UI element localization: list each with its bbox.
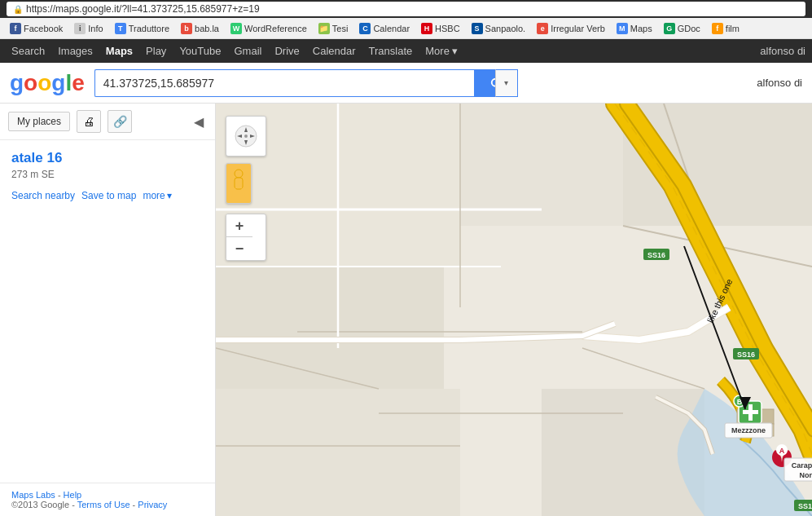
url-bar[interactable]: 🔒 https://maps.google.it/?ll=41.373725,1… [7,2,805,16]
privacy-link[interactable]: Privacy [138,500,167,509]
search-dropdown-button[interactable]: ▾ [495,69,518,97]
svg-text:Carapelle: Carapelle [792,461,812,470]
nav-youtube[interactable]: YouTube [174,45,226,57]
svg-rect-23 [743,410,758,414]
nav-more[interactable]: More ▾ [420,45,463,57]
svg-text:Mezzzone: Mezzzone [731,426,766,434]
bookmark-label: film [726,24,740,33]
film-icon: f [712,23,723,34]
bookmark-label: Calendar [373,24,410,33]
user-name: alfonso di [760,45,805,57]
svg-text:SS16: SS16 [647,251,665,259]
user-info: alfonso di [757,77,802,89]
sanpaolo-icon: S [472,23,483,34]
bookmark-wordreference[interactable]: W WordReference [226,21,312,36]
url-text: https://maps.google.it/?ll=41.373725,15.… [26,3,260,15]
traduttore-icon: T [115,23,126,34]
more-dropdown[interactable]: more ▾ [143,190,171,201]
bookmark-info[interactable]: i Info [69,21,108,36]
lock-icon: 🔒 [13,5,23,14]
maps-header: google ▾ alfonso di [0,63,812,104]
bookmark-gdoc[interactable]: G GDoc [659,21,705,36]
maps-labs-link[interactable]: Maps Labs [11,490,55,500]
nav-calendar[interactable]: Calendar [308,45,361,57]
sidebar: My places 🖨 🔗 ◀ atale 16 273 m SE Search… [0,104,216,516]
bookmark-irregularverb[interactable]: e Irregular Verb [532,21,610,36]
nav-right: alfonso di [760,45,805,57]
zoom-in-button[interactable]: + [226,214,252,237]
svg-text:A: A [779,447,785,455]
bookmark-sanpaolo[interactable]: S Sanpaolo. [467,21,531,36]
bookmark-label: HSBC [435,24,460,33]
babla-icon: b [181,23,192,34]
map-controls: + − [226,116,266,261]
nav-gmail[interactable]: Gmail [229,45,266,57]
nav-maps[interactable]: Maps [101,45,138,57]
zoom-control: + − [226,214,266,261]
bookmark-label: Traduttore [129,24,169,33]
search-nearby-link[interactable]: Search nearby [11,190,75,201]
bookmark-maps[interactable]: M Maps [612,21,657,36]
bookmark-label: Sanpaolo. [485,24,526,33]
svg-line-50 [233,189,235,198]
terms-link[interactable]: Terms of Use [77,500,130,509]
bookmark-label: Facebook [24,24,63,33]
help-link[interactable]: Help [64,490,82,500]
svg-point-47 [244,135,248,138]
my-places-button[interactable]: My places [8,112,70,131]
google-logo: google [10,70,85,96]
zoom-out-button[interactable]: − [226,237,252,260]
nav-translate[interactable]: Translate [364,45,418,57]
navigation-control[interactable] [226,116,266,157]
map-canvas: B Mezzzone A Carapelle Nord SS16 SS16 SS… [216,104,812,516]
bookmark-label: Irregular Verb [551,24,605,33]
main-container: My places 🖨 🔗 ◀ atale 16 273 m SE Search… [0,104,812,516]
svg-rect-5 [216,389,460,516]
svg-rect-3 [460,104,623,226]
folder-icon: 📁 [318,23,330,34]
nav-search[interactable]: Search [7,45,50,57]
sidebar-content: atale 16 273 m SE Search nearby Save to … [0,140,215,483]
bookmark-film[interactable]: f film [707,21,744,36]
wordreference-icon: W [230,23,242,34]
bookmark-facebook[interactable]: f Facebook [5,21,68,36]
hsbc-icon: H [421,23,432,34]
sidebar-footer: Maps Labs - Help ©2013 Google - Terms of… [0,483,215,516]
bookmark-label: WordReference [244,24,307,33]
copyright-text: ©2013 Google [11,500,69,509]
svg-rect-49 [235,178,243,189]
map-area[interactable]: B Mezzzone A Carapelle Nord SS16 SS16 SS… [216,104,812,516]
bookmark-label: GDoc [678,24,700,33]
svg-text:SS16: SS16 [798,502,812,510]
svg-rect-2 [216,267,444,389]
nav-images[interactable]: Images [53,45,98,57]
collapse-sidebar-button[interactable]: ◀ [191,110,207,133]
calendar-icon: C [359,23,371,34]
pegman-icon [230,169,248,198]
bookmark-babla[interactable]: b bab.la [176,21,224,36]
bookmark-label: Tesi [332,24,349,33]
facebook-icon: f [10,23,21,34]
nav-drive[interactable]: Drive [270,45,304,57]
info-icon: i [74,23,86,34]
location-distance: 273 m SE [11,169,204,180]
bookmark-traduttore[interactable]: T Traduttore [110,21,174,36]
svg-text:Nord: Nord [800,471,813,479]
street-view-button[interactable] [226,163,252,204]
location-title: atale 16 [11,150,204,166]
search-bar-container: ▾ [94,69,518,97]
print-button[interactable]: 🖨 [77,110,101,133]
bookmark-tesi[interactable]: 📁 Tesi [314,21,353,36]
search-input[interactable] [94,69,475,97]
bookmark-hsbc[interactable]: H HSBC [416,21,465,36]
sidebar-actions: Search nearby Save to map more ▾ [11,190,204,201]
svg-text:SS16: SS16 [737,351,755,359]
bookmark-calendar[interactable]: C Calendar [354,21,415,36]
bookmark-label: Info [88,24,103,33]
browser-chrome: 🔒 https://maps.google.it/?ll=41.373725,1… [0,0,812,18]
save-to-map-link[interactable]: Save to map [81,190,136,201]
link-button[interactable]: 🔗 [108,110,132,133]
nav-play[interactable]: Play [141,45,171,57]
gdoc-icon: G [664,23,675,34]
irregularverb-icon: e [537,23,548,34]
